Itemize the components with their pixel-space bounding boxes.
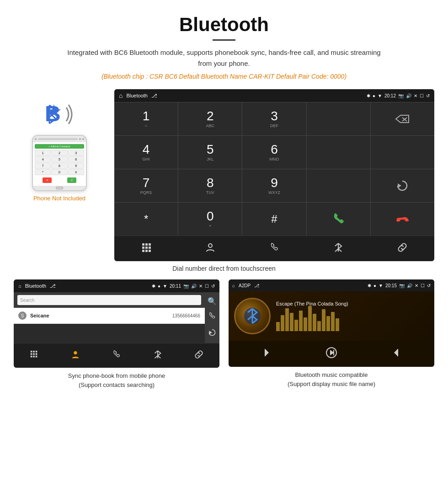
toolbar-bluetooth-icon[interactable]: [330, 241, 347, 257]
pb-toolbar-grid[interactable]: [26, 348, 43, 363]
pb-toolbar-bt[interactable]: [149, 348, 166, 363]
contact-list: S Seicane 13566664466: [14, 308, 205, 324]
phone-key: 4: [35, 156, 51, 162]
play-pause-button[interactable]: [325, 346, 338, 361]
svg-rect-26: [36, 356, 37, 358]
svg-marker-31: [265, 349, 269, 356]
dial-bottom-toolbar: [114, 236, 434, 261]
home-icon: ⌂: [119, 92, 123, 99]
toolbar-grid-icon[interactable]: [138, 241, 155, 257]
dial-key-hash[interactable]: #: [242, 203, 306, 236]
phone-not-included-label: Phone Not Included: [33, 195, 85, 202]
pb-layout: Search S Seicane 13566664466 🔍: [14, 292, 219, 343]
pb-search-icon[interactable]: 🔍: [208, 297, 217, 306]
music-note-icon: [243, 307, 261, 325]
pb-toolbar-phone[interactable]: [108, 348, 125, 363]
eq-bar: [285, 308, 289, 331]
phone-key: 2: [51, 150, 67, 156]
eq-bar: [336, 318, 339, 331]
dial-key-backspace[interactable]: [371, 102, 434, 135]
svg-rect-7: [145, 243, 148, 246]
dial-device-screen: ⌂ Bluetooth ⎇ ✱ ● ▼ 20:12 📷 🔊 ✕ ☐ ↺ 1 ◦◦: [114, 89, 434, 261]
dial-key-9[interactable]: 9 WXYZ: [242, 169, 306, 202]
phone-key: *: [35, 169, 51, 175]
dial-key-redial[interactable]: [371, 169, 434, 202]
pb-redial-icon[interactable]: [208, 328, 216, 338]
svg-rect-19: [33, 351, 35, 353]
dial-key-8[interactable]: 8 TUV: [178, 169, 242, 202]
equalizer-bars: [276, 308, 429, 331]
dial-key-7[interactable]: 7 PQRS: [114, 169, 178, 202]
dial-key-call-green[interactable]: [307, 203, 370, 236]
contact-name: Seicane: [30, 313, 172, 318]
a2dp-time: 20:15: [385, 283, 397, 288]
toolbar-phone-icon[interactable]: [266, 241, 283, 257]
song-title: Escape (The Pina Colada Song): [276, 301, 429, 306]
pb-main: Search S Seicane 13566664466: [14, 292, 205, 343]
dial-key-3[interactable]: 3 DEF: [242, 102, 306, 135]
dial-key-empty-4: [307, 169, 370, 202]
pb-cam-icon: 📷: [183, 284, 189, 289]
eq-bar: [317, 321, 321, 331]
phone-screen-header: + Add to Contacts: [35, 144, 84, 149]
svg-point-27: [74, 351, 77, 354]
pb-right-icons: 🔍: [205, 292, 219, 343]
svg-rect-25: [33, 356, 35, 358]
page-header: Bluetooth Integrated with BC6 Bluetooth …: [0, 0, 448, 85]
pb-phone-icon[interactable]: [208, 312, 216, 322]
svg-point-15: [208, 244, 212, 247]
a2dp-win-icon: ☐: [421, 283, 425, 288]
eq-bar: [276, 322, 280, 331]
music-item: ⌂ A2DP ⎇ ✱ ● ▼ 20:15 📷 🔊 ✕ ☐ ↺: [229, 279, 434, 389]
dial-key-4[interactable]: 4 GHI: [114, 136, 178, 169]
pb-toolbar-link[interactable]: [191, 348, 207, 363]
phone-dot-3: [82, 138, 84, 140]
back-icon: ↺: [426, 93, 430, 98]
a2dp-app-name: A2DP: [239, 283, 251, 288]
phone-screen: + Add to Contacts 1 2 3 4 5 6 7 8 9 * 0 …: [33, 142, 86, 186]
dial-key-2[interactable]: 2 ABC: [178, 102, 242, 135]
dial-app-name: Bluetooth: [126, 93, 147, 98]
header-description: Integrated with BC6 Bluetooth module, su…: [64, 47, 384, 69]
camera-icon: 📷: [398, 93, 404, 98]
bottom-section: ⌂ Bluetooth ⎇ ✱ ● ▼ 20:11 📷 🔊 ✕ ☐ ↺: [0, 279, 448, 398]
svg-rect-14: [149, 250, 151, 252]
dial-key-star[interactable]: *: [114, 203, 178, 236]
eq-bar: [281, 315, 284, 331]
a2dp-screen: ⌂ A2DP ⎇ ✱ ● ▼ 20:15 📷 🔊 ✕ ☐ ↺: [229, 279, 434, 367]
prev-button[interactable]: [263, 347, 274, 360]
dial-key-1[interactable]: 1 ◦◦: [114, 102, 178, 135]
dial-key-empty-3: [371, 136, 434, 169]
pb-sig-icon: ▼: [163, 284, 167, 289]
phonebook-screen: ⌂ Bluetooth ⎇ ✱ ● ▼ 20:11 📷 🔊 ✕ ☐ ↺: [14, 279, 219, 368]
contact-number: 13566664466: [172, 313, 200, 318]
phone-key: 0: [51, 169, 67, 175]
phonebook-item: ⌂ Bluetooth ⎇ ✱ ● ▼ 20:11 📷 🔊 ✕ ☐ ↺: [14, 279, 219, 389]
search-input[interactable]: Search: [17, 295, 201, 305]
svg-rect-20: [36, 351, 37, 353]
dial-key-empty-2: [307, 136, 370, 169]
pb-vol-icon: 🔊: [191, 284, 197, 289]
a2dp-loc-icon: ●: [373, 283, 376, 288]
phone-key: 6: [68, 156, 84, 162]
pb-bt-icon: ✱: [152, 284, 155, 289]
close-icon: ✕: [414, 93, 417, 98]
status-right: ✱ ● ▼ 20:12 📷 🔊 ✕ ☐ ↺: [367, 93, 430, 98]
dial-caption: Dial number direct from touchscreen: [0, 265, 448, 272]
dial-key-call-red[interactable]: [371, 203, 434, 236]
eq-bar: [299, 311, 303, 331]
toolbar-person-icon[interactable]: [202, 241, 219, 257]
phone-home-button: [56, 187, 63, 189]
dial-key-6[interactable]: 6 MNO: [242, 136, 306, 169]
music-controls: [229, 341, 434, 367]
dial-key-0[interactable]: 0 +: [178, 203, 242, 236]
dial-status-bar: ⌂ Bluetooth ⎇ ✱ ● ▼ 20:12 📷 🔊 ✕ ☐ ↺: [114, 89, 434, 102]
dial-key-5[interactable]: 5 JKL: [178, 136, 242, 169]
pb-status-bar: ⌂ Bluetooth ⎇ ✱ ● ▼ 20:11 📷 🔊 ✕ ☐ ↺: [14, 279, 219, 292]
next-button[interactable]: [389, 347, 400, 360]
pb-toolbar-person[interactable]: [67, 348, 84, 363]
toolbar-link-icon[interactable]: [394, 241, 411, 257]
dial-key-empty-1: [307, 102, 370, 135]
contact-row[interactable]: S Seicane 13566664466: [14, 308, 205, 324]
usb-icon: ⎇: [151, 93, 157, 99]
